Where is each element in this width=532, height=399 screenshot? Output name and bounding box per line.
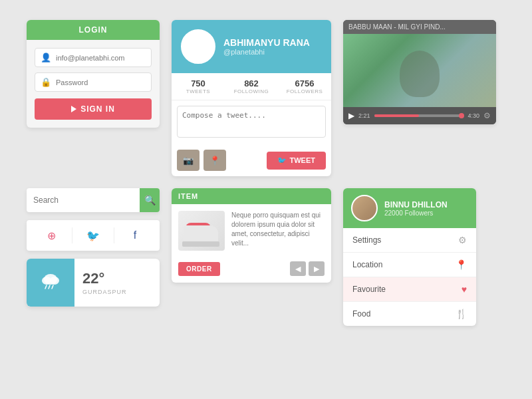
order-button[interactable]: ORDER [178,262,220,276]
city-name: GURDASPUR [82,289,127,295]
tweet-textarea[interactable] [177,106,326,138]
location-pin-icon: 📍 [456,259,467,270]
twitter-icon[interactable]: 🐦 [83,225,103,245]
location-label: Location [352,260,382,269]
camera-button[interactable]: 📷 [177,150,200,171]
shoe-sole [182,241,219,247]
item-description: Neque porro quisquam est qui dolorem ips… [231,211,325,251]
progress-dot [459,113,464,118]
avatar [181,29,215,64]
tweet-compose-area [172,100,331,146]
following-label: FOLLOWING [227,88,275,94]
profile-avatar [351,195,378,221]
password-input-wrap: 🔒 [35,72,152,92]
social-divider-2 [114,227,114,243]
tweet-actions: 📷 📍 🐦 TWEET [172,146,331,176]
item-footer: ORDER ◀ ▶ [172,257,331,283]
twitter-info: ABHIMANYU RANA @planetabhi [223,37,310,56]
user-icon: 👤 [41,53,51,63]
weather-info: 22° GURDASPUR [74,265,135,301]
facebook-icon[interactable]: f [125,225,145,245]
menu-item-favourite[interactable]: Favourite ♥ [343,277,476,302]
signin-button[interactable]: SIGN IN [35,98,152,120]
email-input[interactable] [56,54,146,62]
svg-line-4 [49,285,50,289]
login-card: LOGIN 👤 🔒 SIGN IN [27,20,160,128]
video-controls: ▶ 2:21 4:30 ⚙ [343,107,496,124]
heart-icon: ♥ [462,284,467,295]
profile-menu-header: BINNU DHILLON 22000 Followers [343,188,476,228]
profile-name: ABHIMANYU RANA [223,37,310,48]
profile-followers: 22000 Followers [384,209,448,217]
profile-info: BINNU DHILLON 22000 Followers [384,200,448,217]
twitter-header: ABHIMANYU RANA @planetabhi [172,20,331,73]
weather-card: 22° GURDASPUR [27,259,160,307]
password-input[interactable] [56,78,146,86]
profile-menu-name: BINNU DHILLON [384,200,448,209]
item-header: ITEM [172,188,331,204]
profile-menu-card: BINNU DHILLON 22000 Followers Settings ⚙… [343,188,476,326]
nav-buttons: ◀ ▶ [290,261,325,276]
twitter-icon-small: 🐦 [277,156,287,165]
svg-line-5 [52,285,53,289]
item-body: Neque porro quisquam est qui dolorem ips… [172,204,331,257]
dribbble-icon[interactable]: ⊕ [41,225,61,245]
tweets-count: 750 [174,78,222,88]
total-time: 4:30 [467,112,479,119]
settings-label: Settings [352,235,381,245]
profile-handle: @planetabhi [223,48,310,56]
item-card: ITEM Neque porro quisquam est qui dolore… [172,188,331,283]
social-icons-bar: ⊕ 🐦 f [27,220,160,251]
search-button[interactable]: 🔍 [140,188,160,212]
menu-item-food[interactable]: Food 🍴 [343,302,476,326]
favourite-label: Favourite [352,285,386,294]
followers-label: FOLLOWERS [281,88,329,94]
svg-point-2 [50,277,59,285]
settings-icon: ⚙ [458,235,467,245]
signin-label: SIGN IN [80,104,115,114]
tweet-label: TWEET [290,156,316,164]
email-input-wrap: 👤 [35,48,152,67]
svg-point-1 [42,277,51,285]
following-count: 862 [227,78,275,88]
location-button[interactable]: 📍 [203,150,226,171]
video-title: BABBU MAAN - MIL GYI PIND... [343,20,496,34]
lock-icon: 🔒 [41,77,51,87]
search-input[interactable] [27,196,140,205]
followers-count: 6756 [281,78,329,88]
prev-button[interactable]: ◀ [290,261,306,276]
progress-bar[interactable] [374,114,464,117]
food-icon: 🍴 [456,309,467,319]
menu-item-settings[interactable]: Settings ⚙ [343,228,476,253]
current-time: 2:21 [358,112,370,119]
weather-icon-box [27,259,74,307]
weather-cloud-icon [39,269,63,297]
search-box: 🔍 [27,188,160,212]
twitter-stats: 750 TWEETS 862 FOLLOWING 6756 FOLLOWERS [172,73,331,100]
video-card: BABBU MAAN - MIL GYI PIND... ▶ 2:21 4:30… [343,20,496,124]
video-figure [400,51,440,97]
video-play-button[interactable]: ▶ [348,111,354,120]
gear-icon[interactable]: ⚙ [483,111,491,120]
play-icon [71,106,76,112]
shoe-visual [180,213,223,249]
social-divider-1 [72,227,72,243]
following-stat: 862 FOLLOWING [225,73,278,100]
video-thumbnail [343,34,496,107]
food-label: Food [352,309,370,319]
temperature: 22° [82,270,127,287]
twitter-profile-card: ABHIMANYU RANA @planetabhi 750 TWEETS 86… [172,20,331,176]
login-header: LOGIN [27,20,160,40]
search-icon: 🔍 [144,195,156,205]
tweet-button[interactable]: 🐦 TWEET [267,152,327,170]
item-image [178,211,225,251]
progress-fill [374,114,419,117]
svg-line-3 [45,285,47,289]
menu-item-location[interactable]: Location 📍 [343,253,476,277]
tweets-label: TWEETS [174,88,222,94]
followers-stat: 6756 FOLLOWERS [278,73,331,100]
tweets-stat: 750 TWEETS [172,73,225,100]
next-button[interactable]: ▶ [309,261,325,276]
